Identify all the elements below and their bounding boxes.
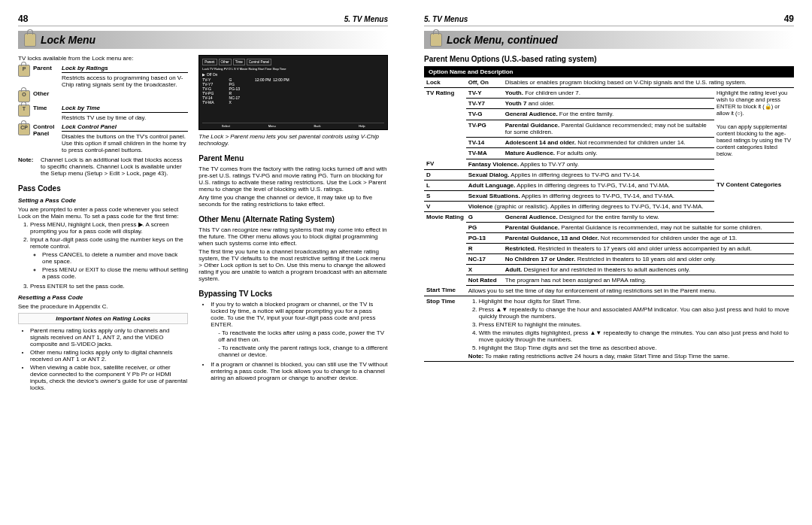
page-title: Lock Menu, continued [447,34,558,46]
parent-options-heading: Parent Menu Options (U.S.-based rating s… [424,55,794,63]
page-left: 48 5. TV Menus Lock Menu TV locks availa… [0,0,406,525]
header-left: 48 5. TV Menus [18,14,388,26]
lock-type-row: TTimeLock by TimeRestricts TV use by tim… [18,105,188,121]
table-row: FVFantasy Violence. Applies to TV-Y7 onl… [424,159,794,169]
title-bar: Lock Menu, continued [424,31,794,49]
page-number: 48 [18,14,28,24]
resetting-pass-code-heading: Resetting a Pass Code [18,294,188,301]
lock-type-row: PParentLock by RatingsRestricts access t… [18,65,188,88]
intro-text: TV locks available from the Lock menu ar… [18,55,188,62]
page-title: Lock Menu [41,34,95,46]
osd-screenshot: ParentOtherTimeControl Panel Lock TV Rat… [198,55,388,130]
pass-code-steps: Press MENU, highlight Lock, then press ▶… [18,221,188,290]
section-title: 5. TV Menus [424,15,468,23]
table-row: Movie RatingGGeneral Audience. Designed … [424,211,794,222]
table-row: Not RatedThe program has not been assign… [424,275,794,285]
screenshot-caption: The Lock > Parent menu lets you set pare… [198,133,388,147]
bypassing-heading: Bypassing TV Locks [198,290,388,298]
table-row: PGParental Guidance. Parental Guidance i… [424,222,794,232]
setting-pass-code-heading: Setting a Pass Code [18,197,188,204]
table-row: NC-17No Children 17 or Under. Restricted… [424,253,794,264]
important-notes-heading: Important Notes on Rating Locks [18,313,188,324]
parent-menu-heading: Parent Menu [198,154,388,162]
note-channel-lock: Note: Channel Lock is an additional lock… [18,156,188,177]
table-row: LAdult Language. Applies in differing de… [424,180,794,190]
table-row: PG-13Parental Guidance, 13 and Older. No… [424,232,794,243]
ratings-table: LockOff, OnDisables or enables program b… [424,77,794,362]
pass-codes-heading: Pass Codes [18,184,188,193]
header-right: 5. TV Menus 49 [424,14,794,26]
page-right: 5. TV Menus 49 Lock Menu, continued Pare… [406,0,812,525]
lock-icon: P [18,65,30,77]
important-notes-list: Parent menu rating locks apply only to c… [18,327,188,391]
lock-icon [430,33,442,47]
section-title: 5. TV Menus [344,15,388,23]
bypass-list: If you try to watch a blocked program or… [198,301,388,381]
table-header: Option Name and Description [424,66,794,77]
title-bar: Lock Menu [18,31,388,49]
table-row: TV RatingTV-YYouth. For children under 7… [424,88,794,99]
lock-type-row: OOther [18,90,188,102]
lock-icon: CP [18,123,30,135]
lock-icon [24,33,36,47]
table-row: DSexual Dialog. Applies in differing deg… [424,169,794,180]
lock-icon: T [18,105,30,117]
lock-type-row: CPControl PanelLock Control PanelDisable… [18,123,188,153]
table-row: XAdult. Designed for and restricted in t… [424,264,794,275]
lock-icon: O [18,90,30,102]
page-number: 49 [784,14,794,24]
table-row: RRestricted. Restricted in theaters to 1… [424,243,794,253]
other-menu-heading: Other Menu (Alternate Rating System) [198,215,388,223]
